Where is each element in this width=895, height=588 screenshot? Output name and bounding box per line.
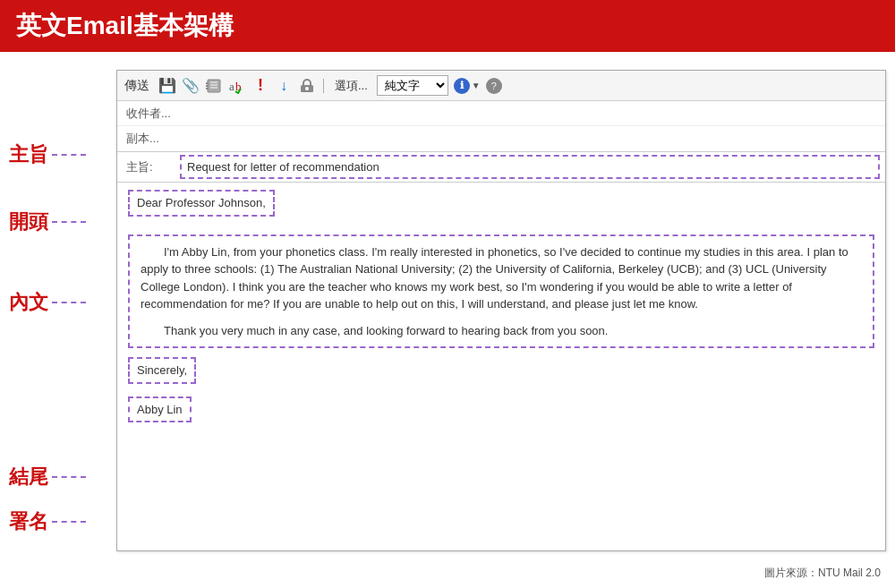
salutation-box: Dear Professor Johnson, — [128, 190, 275, 217]
to-label[interactable]: 收件者... — [117, 102, 180, 125]
body-label-text: 內文 — [9, 289, 48, 316]
closing-section: Sincerely, Abby Lin — [128, 357, 874, 422]
toolbar: 傳送 💾 📎 a — [117, 71, 885, 101]
svg-rect-1 — [206, 82, 209, 84]
svg-point-10 — [305, 87, 309, 90]
to-input[interactable] — [180, 103, 885, 124]
info-button-group: ℹ ▼ — [454, 78, 481, 94]
send-button[interactable]: 傳送 — [124, 78, 149, 94]
label-signature: 署名 — [9, 508, 86, 535]
priority-low-icon[interactable]: ↓ — [275, 77, 293, 95]
label-opening: 開頭 — [9, 209, 86, 235]
signature-box: Abby Lin — [128, 396, 192, 423]
email-panel: 傳送 💾 📎 a — [116, 70, 886, 551]
info-button[interactable]: ℹ — [454, 78, 470, 94]
subject-value[interactable]: Request for letter of recommendation — [180, 155, 880, 179]
info-dropdown-arrow[interactable]: ▼ — [472, 81, 481, 90]
subject-label-text: 主旨 — [9, 141, 48, 168]
page-title: 英文Email基本架構 — [16, 9, 234, 43]
footer-area: 圖片來源：NTU Mail 2.0 — [0, 560, 895, 588]
subject-field-label: 主旨: — [117, 156, 180, 179]
to-row: 收件者... — [117, 101, 885, 126]
cc-row: 副本... — [117, 126, 885, 151]
email-body: Dear Professor Johnson, I'm Abby Lin, fr… — [117, 183, 885, 550]
subject-row: 主旨: Request for letter of recommendation — [117, 152, 885, 183]
priority-high-icon[interactable]: ! — [251, 77, 269, 95]
cc-label[interactable]: 副本... — [117, 127, 180, 150]
footer-source: 圖片來源：NTU Mail 2.0 — [764, 566, 881, 581]
help-button[interactable]: ? — [486, 78, 502, 94]
svg-rect-3 — [206, 88, 209, 89]
cc-input[interactable] — [180, 129, 885, 149]
closing-box: Sincerely, — [128, 357, 196, 384]
opening-label-text: 開頭 — [9, 209, 48, 235]
svg-rect-0 — [208, 80, 220, 92]
body-content-box: I'm Abby Lin, from your phonetics class.… — [128, 234, 874, 349]
body-paragraph-1: I'm Abby Lin, from your phonetics class.… — [141, 243, 862, 313]
spellcheck-icon[interactable]: a b — [228, 77, 246, 95]
svg-text:a: a — [229, 80, 234, 93]
main-content: 主旨 開頭 內文 結尾 — [0, 52, 895, 560]
toolbar-separator — [323, 79, 324, 93]
page-wrapper: 英文Email基本架構 主旨 開頭 內文 — [0, 0, 895, 588]
labels-column: 主旨 開頭 內文 結尾 — [9, 70, 116, 551]
attach-icon[interactable]: 📎 — [182, 77, 200, 95]
header-fields: 收件者... 副本... — [117, 101, 885, 152]
address-book-icon[interactable] — [205, 77, 223, 95]
body-paragraph-2: Thank you very much in any case, and loo… — [141, 322, 862, 340]
encrypt-icon[interactable] — [298, 77, 316, 95]
label-body: 內文 — [9, 289, 86, 316]
label-subject: 主旨 — [9, 141, 86, 168]
format-select[interactable]: 純文字 — [377, 75, 448, 96]
closing-label-text: 結尾 — [9, 464, 48, 490]
save-icon[interactable]: 💾 — [158, 77, 176, 95]
svg-rect-2 — [206, 85, 209, 87]
signature-label-text: 署名 — [9, 508, 48, 535]
options-button[interactable]: 選項... — [331, 76, 371, 96]
label-closing: 結尾 — [9, 464, 86, 490]
header-bar: 英文Email基本架構 — [0, 0, 895, 52]
